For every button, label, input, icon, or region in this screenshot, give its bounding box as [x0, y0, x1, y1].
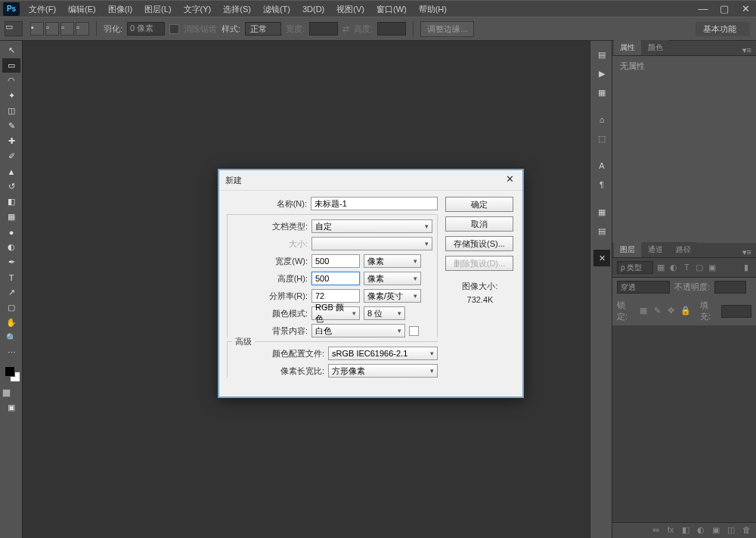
chevron-down-icon: ▾: [430, 367, 434, 375]
resolution-unit-select[interactable]: 像素/英寸▾: [364, 289, 421, 303]
preset-select[interactable]: 自定▾: [311, 219, 432, 233]
resolution-unit-value: 像素/英寸: [367, 291, 403, 302]
chevron-down-icon: ▾: [398, 327, 401, 334]
modal-overlay: 新建 ✕ 名称(N): 文档类型: 自定▾ 大小: ▾ 宽度(W):: [0, 0, 756, 538]
bg-color-swatch[interactable]: [409, 326, 419, 336]
dialog-close-button[interactable]: ✕: [503, 173, 516, 187]
height-field-input[interactable]: [311, 272, 360, 285]
name-label: 名称(N):: [227, 198, 307, 210]
width-field-label: 宽度(W):: [232, 256, 308, 267]
delete-preset-button: 删除预设(D)...: [445, 256, 513, 271]
chevron-down-icon: ▾: [430, 350, 434, 357]
name-input[interactable]: [311, 197, 438, 210]
cancel-button[interactable]: 取消: [445, 216, 513, 232]
foreground-color[interactable]: [5, 366, 15, 377]
color-mode-label: 颜色模式:: [232, 308, 308, 319]
ok-button[interactable]: 确定: [445, 197, 513, 212]
bit-depth-select[interactable]: 8 位▾: [364, 306, 405, 320]
height-field-label: 高度(H):: [232, 273, 308, 285]
chevron-down-icon: ▾: [425, 240, 429, 247]
color-profile-label: 颜色配置文件:: [232, 348, 324, 359]
color-mode-value: RGB 颜色: [315, 302, 348, 325]
chevron-down-icon: ▾: [398, 309, 401, 317]
height-unit-value: 像素: [367, 273, 384, 285]
bg-select[interactable]: 白色▾: [311, 324, 405, 337]
par-value: 方形像素: [332, 365, 365, 377]
dialog-title: 新建: [225, 175, 242, 186]
image-size-value: 732.4K: [445, 294, 515, 307]
save-preset-button[interactable]: 存储预设(S)...: [445, 236, 513, 251]
size-select: ▾: [311, 237, 432, 250]
bg-label: 背景内容:: [232, 325, 308, 337]
par-label: 像素长宽比:: [232, 365, 324, 377]
resolution-input[interactable]: [311, 289, 360, 303]
chevron-down-icon: ▾: [414, 292, 417, 300]
chevron-down-icon: ▾: [425, 222, 429, 230]
width-field-input[interactable]: [311, 254, 360, 268]
bit-depth-value: 8 位: [367, 308, 383, 319]
height-unit-select[interactable]: 像素▾: [364, 272, 421, 285]
preset-label: 文档类型:: [232, 221, 308, 232]
size-label: 大小:: [232, 238, 308, 250]
color-mode-select[interactable]: RGB 颜色▾: [311, 306, 360, 320]
chevron-down-icon: ▾: [352, 309, 356, 317]
image-size-label: 图像大小:: [445, 280, 515, 294]
par-select[interactable]: 方形像素▾: [328, 364, 438, 378]
resolution-label: 分辨率(R):: [232, 291, 308, 302]
new-document-dialog: 新建 ✕ 名称(N): 文档类型: 自定▾ 大小: ▾ 宽度(W):: [218, 169, 524, 398]
color-profile-value: sRGB IEC61966-2.1: [332, 349, 407, 358]
width-unit-value: 像素: [367, 256, 384, 267]
preset-value: 自定: [315, 221, 332, 232]
bg-value: 白色: [315, 325, 332, 337]
chevron-down-icon: ▾: [414, 257, 417, 265]
advanced-legend: 高级: [232, 336, 255, 347]
color-profile-select[interactable]: sRGB IEC61966-2.1▾: [328, 347, 438, 360]
width-unit-select[interactable]: 像素▾: [364, 254, 421, 268]
chevron-down-icon: ▾: [414, 275, 417, 282]
